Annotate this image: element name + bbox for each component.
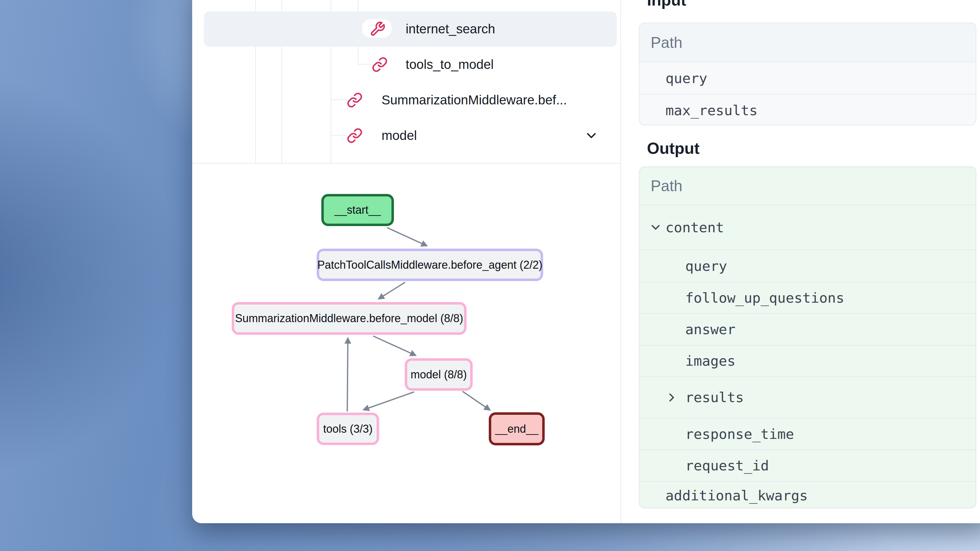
output-path-row-response_time[interactable]: response_time xyxy=(640,418,976,449)
output-path-row-additional_kwargs[interactable]: additional_kwargs xyxy=(640,481,976,508)
path-label: answer xyxy=(685,321,736,338)
output-path-row-request_id[interactable]: request_id xyxy=(640,449,976,481)
path-label: content xyxy=(665,219,724,236)
path-label: results xyxy=(685,389,744,405)
graph-node-summarization[interactable]: SummarizationMiddleware.before_model (8/… xyxy=(232,302,466,335)
graph-node-model[interactable]: model (8/8) xyxy=(405,358,473,391)
path-label: request_id xyxy=(685,457,769,474)
output-path-header: Path xyxy=(640,167,976,205)
path-label: query xyxy=(685,258,727,274)
wrench-icon xyxy=(369,21,386,37)
link-icon xyxy=(372,57,388,73)
input-path-row-max_results[interactable]: max_results xyxy=(640,94,976,125)
tree-item-label: tools_to_model xyxy=(406,56,494,73)
graph-node-start[interactable]: __start__ xyxy=(321,194,394,226)
output-section-heading: Output xyxy=(647,139,700,157)
path-label: follow_up_questions xyxy=(685,290,844,306)
output-path-row-follow_up_questions[interactable]: follow_up_questions xyxy=(640,282,976,313)
chevron-down-icon[interactable] xyxy=(649,221,662,234)
path-label: max_results xyxy=(665,102,757,119)
path-label: images xyxy=(685,353,736,369)
tree-item-internet-search[interactable]: internet_search xyxy=(204,11,617,47)
link-icon xyxy=(347,127,363,144)
input-path-table: Path querymax_results xyxy=(639,22,976,125)
input-path-header: Path xyxy=(640,23,976,62)
path-label: response_time xyxy=(685,426,794,442)
input-path-row-query[interactable]: query xyxy=(640,62,976,94)
tree-item-label: model xyxy=(382,127,417,144)
output-path-row-answer[interactable]: answer xyxy=(640,313,976,345)
tree-item-summarizationmiddleware-bef-[interactable]: SummarizationMiddleware.bef... xyxy=(204,83,617,118)
output-path-row-results[interactable]: results xyxy=(640,376,976,418)
tree-item-tools-to-model[interactable]: tools_to_model xyxy=(204,47,617,82)
tree-graph-divider xyxy=(192,163,620,164)
output-path-row-query[interactable]: query xyxy=(640,249,976,282)
tree-item-label: internet_search xyxy=(406,20,495,38)
chevron-right-icon[interactable] xyxy=(665,391,678,404)
chevron-down-icon[interactable] xyxy=(584,128,599,143)
graph-node-end[interactable]: __end__ xyxy=(489,412,545,445)
input-section-heading: Input xyxy=(647,0,686,9)
path-label: query xyxy=(665,70,707,86)
output-path-table: Path contentqueryfollow_up_questionsansw… xyxy=(639,167,976,508)
link-icon xyxy=(347,92,363,108)
tree-item-label: SummarizationMiddleware.bef... xyxy=(382,91,567,109)
panel-divider xyxy=(620,0,621,523)
output-path-row-images[interactable]: images xyxy=(640,345,976,376)
graph-node-tools[interactable]: tools (3/3) xyxy=(317,413,379,445)
graph-node-patch[interactable]: PatchToolCallsMiddleware.before_agent (2… xyxy=(317,249,543,281)
desktop: internet_searchtools_to_modelSummarizati… xyxy=(0,0,980,551)
output-path-row-content[interactable]: content xyxy=(640,205,976,249)
tree-item-model[interactable]: model xyxy=(204,118,617,153)
path-label: additional_kwargs xyxy=(665,487,808,504)
